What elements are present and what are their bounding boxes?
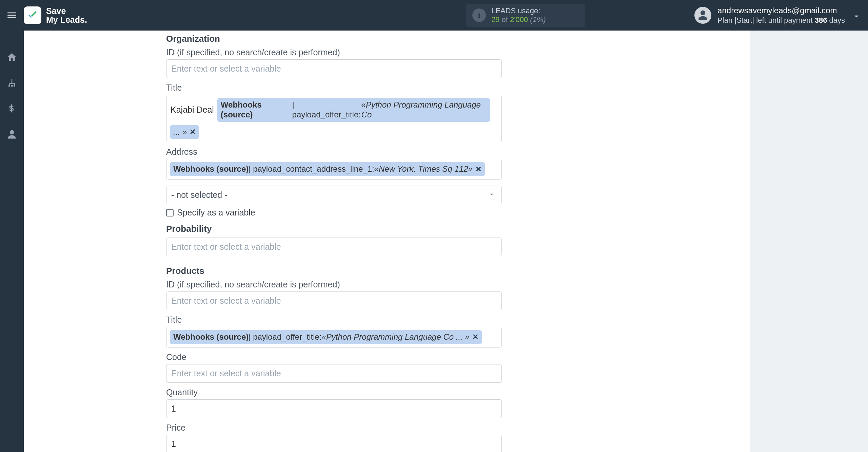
usage-badge: i LEADS usage: 29 of 2'000 (1%): [466, 4, 585, 27]
section-organization: Organization: [166, 34, 502, 44]
sitemap-icon: [7, 78, 17, 88]
org-title-prefix: Kajabi Deal: [170, 103, 215, 116]
top-bar: Save My Leads. i LEADS usage: 29 of 2'00…: [0, 0, 868, 31]
org-id-input[interactable]: Enter text or select a variable: [166, 59, 502, 78]
user-menu[interactable]: andrewsavemyleads@gmail.com Plan |Start|…: [694, 4, 845, 27]
hamburger-icon: [6, 10, 18, 21]
pipeline-specify-checkbox[interactable]: [166, 209, 174, 216]
prod-price-input[interactable]: 1: [166, 435, 502, 452]
avatar-icon: [694, 7, 711, 24]
main-panel: Organization ID (if specified, no search…: [24, 31, 750, 452]
info-icon: i: [472, 8, 486, 22]
prod-title-input[interactable]: Webhooks (source) | payload_offer_title:…: [166, 327, 502, 347]
field-pipeline: - not selected - Specify as a variable: [166, 186, 502, 218]
org-address-tag-field: | payload_contact_address_line_1:: [249, 164, 374, 174]
prod-price-label: Price: [166, 423, 502, 433]
dollar-icon: [7, 103, 17, 114]
org-title-tag-val-rest: ... »: [173, 127, 187, 137]
prod-id-label: ID (if specified, no search/create is pe…: [166, 280, 502, 289]
prod-title-tag-src: Webhooks (source): [173, 332, 249, 342]
org-title-label: Title: [166, 83, 502, 93]
prod-title-tag-remove[interactable]: ✕: [472, 333, 478, 341]
brand-logo-text: Save My Leads.: [46, 6, 87, 24]
org-title-tag-src: Webhooks (source): [221, 100, 292, 120]
org-address-tag-remove[interactable]: ✕: [475, 165, 481, 174]
field-prod-qty: Quantity 1: [166, 388, 502, 418]
probability-label: Probability: [166, 224, 502, 234]
home-icon: [7, 52, 17, 62]
user-plan-prefix: Plan |Start| left until payment: [717, 16, 815, 24]
user-menu-toggle[interactable]: [852, 12, 861, 22]
section-products: Products: [166, 266, 502, 276]
brand-logo[interactable]: Save My Leads.: [24, 6, 87, 24]
user-plan: Plan |Start| left until payment 386 days: [717, 16, 845, 25]
chevron-down-icon: [852, 12, 861, 21]
usage-total: 2'000: [510, 15, 528, 24]
sidebar: [0, 31, 24, 452]
org-address-tag-val: «New York, Times Sq 112»: [374, 164, 473, 174]
org-title-tag-wrap: ... » ✕: [170, 125, 199, 139]
chevron-down-icon: [488, 190, 495, 200]
org-id-label: ID (if specified, no search/create is pe…: [166, 48, 502, 57]
org-title-tag-val: «Python Programming Language Co: [361, 100, 487, 120]
vertical-scrollbar[interactable]: [861, 31, 868, 452]
usage-label: LEADS usage:: [491, 6, 546, 15]
org-title-tag-remove[interactable]: ✕: [190, 128, 196, 136]
nav-account[interactable]: [6, 128, 18, 140]
field-org-address: Address Webhooks (source) | payload_cont…: [166, 147, 502, 180]
prod-title-tag: Webhooks (source) | payload_offer_title:…: [170, 330, 482, 344]
prod-code-label: Code: [166, 352, 502, 362]
prod-title-label: Title: [166, 315, 502, 325]
brand-line1: Save: [46, 6, 87, 15]
nav-billing[interactable]: [6, 102, 18, 115]
org-title-tag: Webhooks (source) | payload_offer_title:…: [217, 98, 490, 122]
prod-title-tag-val: «Python Programming Language Co ... »: [322, 332, 470, 342]
usage-pct: (1%): [528, 15, 546, 24]
org-address-tag: Webhooks (source) | payload_contact_addr…: [170, 162, 485, 176]
field-org-id: ID (if specified, no search/create is pe…: [166, 48, 502, 78]
field-org-title: Title Kajabi Deal Webhooks (source) | pa…: [166, 83, 502, 142]
org-title-tag-field: | payload_offer_title:: [292, 100, 361, 120]
field-prod-price: Price 1: [166, 423, 502, 452]
usage-of: of: [499, 15, 510, 24]
usage-stats: 29 of 2'000 (1%): [491, 15, 546, 24]
org-address-label: Address: [166, 147, 502, 157]
prod-code-input[interactable]: Enter text or select a variable: [166, 364, 502, 383]
user-icon: [7, 129, 17, 139]
pipeline-placeholder: - not selected -: [171, 190, 227, 200]
field-prod-code: Code Enter text or select a variable: [166, 352, 502, 383]
user-days-suffix: days: [827, 16, 845, 24]
org-title-input[interactable]: Kajabi Deal Webhooks (source) | payload_…: [166, 95, 502, 142]
form-container: Organization ID (if specified, no search…: [166, 32, 502, 452]
prod-qty-input[interactable]: 1: [166, 399, 502, 418]
brand-logo-mark: [24, 6, 41, 24]
field-prod-id: ID (if specified, no search/create is pe…: [166, 280, 502, 310]
field-prod-title: Title Webhooks (source) | payload_offer_…: [166, 315, 502, 347]
prod-title-tag-field: | payload_offer_title:: [249, 332, 321, 342]
check-icon: [26, 9, 39, 21]
pipeline-specify-row: Specify as a variable: [166, 208, 502, 218]
pipeline-select[interactable]: - not selected -: [166, 186, 502, 204]
field-probability: Probability Enter text or select a varia…: [166, 224, 502, 256]
brand-line2: My Leads.: [46, 15, 87, 24]
usage-used: 29: [491, 15, 499, 24]
nav-home[interactable]: [6, 51, 18, 63]
prod-qty-label: Quantity: [166, 388, 502, 397]
prod-id-input[interactable]: Enter text or select a variable: [166, 291, 502, 310]
pipeline-specify-label: Specify as a variable: [177, 208, 255, 218]
user-email: andrewsavemyleads@gmail.com: [717, 5, 845, 16]
probability-input[interactable]: Enter text or select a variable: [166, 238, 502, 256]
org-address-tag-src: Webhooks (source): [173, 164, 249, 174]
org-address-input[interactable]: Webhooks (source) | payload_contact_addr…: [166, 159, 502, 180]
user-days: 386: [815, 16, 827, 24]
menu-toggle-button[interactable]: [0, 0, 24, 31]
nav-connections[interactable]: [6, 77, 18, 89]
